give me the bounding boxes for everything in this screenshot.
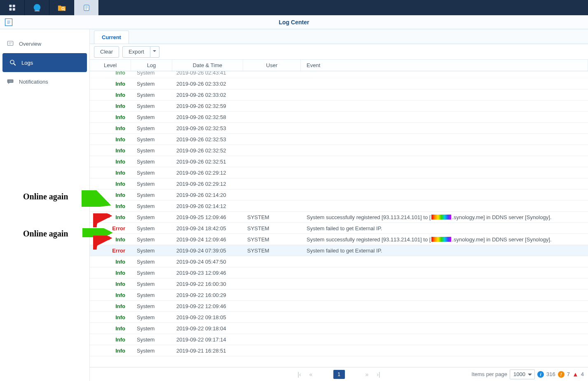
taskbar-main-menu[interactable]	[0, 0, 25, 15]
cell-user	[243, 71, 301, 78]
cell-user	[243, 167, 301, 178]
cell-user	[243, 134, 301, 145]
page-first[interactable]: |‹	[294, 371, 305, 378]
cell-log: System	[131, 178, 172, 189]
table-row[interactable]: InfoSystem2019-09-26 02:14:20	[90, 189, 588, 201]
table-row[interactable]: InfoSystem2019-09-26 02:32:59	[90, 101, 588, 112]
cell-user	[243, 101, 301, 111]
cell-user	[243, 189, 301, 200]
cell-level: Info	[90, 345, 131, 356]
cell-level: Info	[90, 290, 131, 300]
table-row[interactable]: InfoSystem2019-09-26 02:32:51	[90, 156, 588, 167]
th-event[interactable]: Event	[301, 60, 588, 71]
table-body[interactable]: InfoSystem2019-09-26 02:43:41InfoSystem2…	[90, 71, 588, 367]
cell-datetime: 2019-09-22 09:18:05	[172, 312, 243, 323]
table-row[interactable]: InfoSystem2019-09-26 02:29:12	[90, 178, 588, 189]
table-row[interactable]: InfoSystem2019-09-21 16:28:51	[90, 345, 588, 356]
cell-log: System	[131, 134, 172, 145]
cell-event	[301, 256, 588, 267]
cell-level: Info	[90, 323, 131, 334]
cell-event	[301, 112, 588, 122]
sidebar-item-logs[interactable]: Logs	[2, 53, 87, 72]
sidebar-item-notifications[interactable]: Notifications	[0, 72, 89, 91]
cell-datetime: 2019-09-26 02:32:53	[172, 134, 243, 145]
cell-level: Info	[90, 212, 131, 222]
table-row[interactable]: InfoSystem2019-09-22 09:18:05	[90, 312, 588, 323]
taskbar-logcenter[interactable]	[74, 0, 99, 15]
cell-event	[301, 123, 588, 133]
cell-user	[243, 267, 301, 278]
cell-datetime: 2019-09-22 12:09:46	[172, 301, 243, 311]
table-row[interactable]: InfoSystem2019-09-24 05:47:50	[90, 256, 588, 267]
table-row[interactable]: InfoSystem2019-09-24 12:09:46SYSTEMSyste…	[90, 234, 588, 245]
table-row[interactable]: InfoSystem2019-09-26 02:32:53	[90, 123, 588, 134]
cell-level: Error	[90, 245, 131, 256]
th-level[interactable]: Level	[90, 60, 131, 71]
table-row[interactable]: InfoSystem2019-09-26 02:33:02	[90, 89, 588, 101]
cell-datetime: 2019-09-21 16:28:51	[172, 345, 243, 356]
cell-level: Info	[90, 256, 131, 267]
cell-user	[243, 156, 301, 167]
cell-user: SYSTEM	[243, 234, 301, 245]
page-last[interactable]: ›|	[373, 371, 384, 378]
cell-log: System	[131, 189, 172, 200]
th-user[interactable]: User	[243, 60, 301, 71]
table-row[interactable]: InfoSystem2019-09-26 02:33:02	[90, 78, 588, 89]
cell-event: System failed to get External IP.	[301, 223, 588, 234]
tab-current[interactable]: Current	[94, 30, 129, 44]
th-log[interactable]: Log	[131, 60, 172, 71]
table-row[interactable]: InfoSystem2019-09-22 16:00:30	[90, 278, 588, 290]
cell-datetime: 2019-09-24 18:42:05	[172, 223, 243, 234]
cell-event	[301, 167, 588, 178]
svg-rect-0	[9, 5, 12, 7]
table-row[interactable]: InfoSystem2019-09-22 12:09:46	[90, 301, 588, 312]
cell-event	[301, 71, 588, 78]
cell-user: SYSTEM	[243, 212, 301, 222]
table-row[interactable]: ErrorSystem2019-09-24 07:39:05SYSTEMSyst…	[90, 245, 588, 256]
table-row[interactable]: InfoSystem2019-09-22 09:18:04	[90, 323, 588, 334]
page-next[interactable]: »	[361, 371, 373, 378]
cell-event	[301, 134, 588, 145]
table-row[interactable]: InfoSystem2019-09-26 02:29:12	[90, 167, 588, 178]
svg-rect-2	[9, 8, 12, 10]
cell-level: Info	[90, 178, 131, 189]
taskbar-web[interactable]: www	[25, 0, 49, 15]
ipp-select[interactable]: 1000	[510, 369, 535, 379]
table-row[interactable]: InfoSystem2019-09-26 02:43:41	[90, 71, 588, 78]
table-row[interactable]: ErrorSystem2019-09-24 18:42:05SYSTEMSyst…	[90, 223, 588, 234]
table-row[interactable]: InfoSystem2019-09-23 12:09:46	[90, 267, 588, 278]
page-prev[interactable]: «	[305, 371, 317, 378]
cell-event	[301, 323, 588, 334]
cell-datetime: 2019-09-26 02:33:02	[172, 78, 243, 89]
sidebar: Overview Logs Notifications	[0, 29, 90, 381]
cell-user	[243, 78, 301, 89]
svg-rect-1	[12, 5, 15, 7]
table-row[interactable]: InfoSystem2019-09-26 02:32:52	[90, 145, 588, 156]
app-icon	[5, 19, 12, 26]
taskbar: www	[0, 0, 588, 15]
warn-count: 7	[567, 371, 570, 377]
th-datetime[interactable]: Date & Time	[172, 60, 243, 71]
cell-user	[243, 123, 301, 133]
table-row[interactable]: InfoSystem2019-09-25 12:09:46SYSTEMSyste…	[90, 212, 588, 223]
table-row[interactable]: InfoSystem2019-09-22 09:17:14	[90, 334, 588, 345]
cell-level: Info	[90, 189, 131, 200]
cell-user	[243, 290, 301, 300]
cell-log: System	[131, 112, 172, 122]
table-row[interactable]: InfoSystem2019-09-26 02:14:12	[90, 201, 588, 212]
table-row[interactable]: InfoSystem2019-09-26 02:32:58	[90, 112, 588, 123]
export-button[interactable]: Export	[122, 46, 150, 58]
cell-datetime: 2019-09-26 02:32:52	[172, 145, 243, 156]
sidebar-item-overview[interactable]: Overview	[0, 34, 89, 53]
svg-point-20	[9, 81, 10, 82]
table-row[interactable]: InfoSystem2019-09-22 16:00:29	[90, 290, 588, 301]
clear-button[interactable]: Clear	[94, 46, 119, 58]
cell-level: Info	[90, 334, 131, 345]
cell-event	[301, 89, 588, 100]
export-dropdown[interactable]	[150, 46, 159, 58]
taskbar-files[interactable]	[49, 0, 74, 15]
info-count: 316	[546, 371, 555, 377]
cell-log: System	[131, 245, 172, 256]
cell-level: Info	[90, 312, 131, 323]
table-row[interactable]: InfoSystem2019-09-26 02:32:53	[90, 134, 588, 145]
